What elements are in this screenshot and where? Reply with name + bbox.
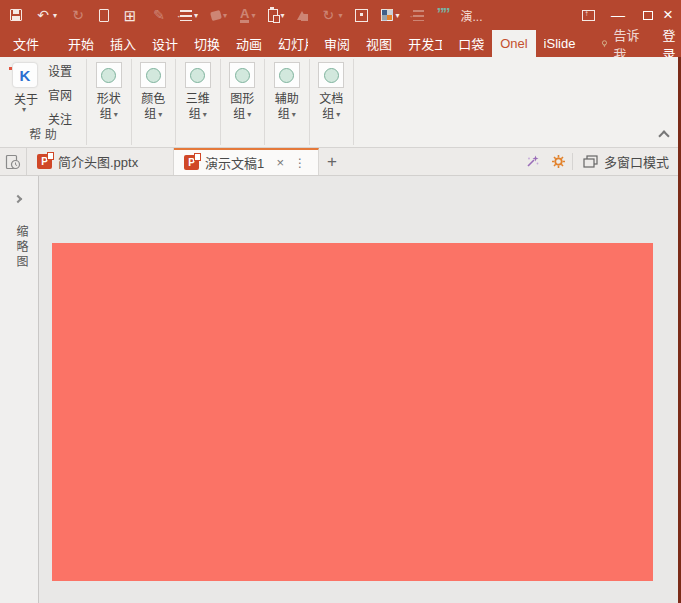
circle-icon: [96, 62, 122, 88]
tab-home[interactable]: 开始: [60, 30, 102, 57]
tab-file[interactable]: 文件: [0, 30, 52, 57]
tab-view[interactable]: 视图: [358, 30, 400, 57]
color-group-button[interactable]: 颜色组▾: [132, 57, 176, 147]
new-document-icon[interactable]: [99, 9, 109, 22]
settings-gear-icon[interactable]: [546, 148, 572, 175]
multi-window-mode-label: 多窗口模式: [604, 152, 669, 171]
tab-design[interactable]: 设计: [144, 30, 186, 57]
tab-developer[interactable]: 开发工具: [400, 30, 450, 57]
magic-wand-icon[interactable]: [520, 148, 546, 175]
powerpoint-file-icon: P: [184, 155, 199, 170]
windows-icon: [583, 155, 598, 168]
fit-window-icon[interactable]: [355, 9, 368, 22]
help-group: K 关于 ▾ 设置 官网 关注 帮 助: [0, 57, 86, 147]
circle-icon: [140, 62, 166, 88]
graphic-group-button[interactable]: 图形组▾: [221, 57, 265, 147]
circle-icon: [318, 62, 344, 88]
color-grid-icon[interactable]: ▾: [381, 9, 399, 21]
app-window: ↶▾ ↻ ⊞ ✎ ▾ ▾ A▾ ▾ ↻▾ ▾ ”” 演... — × 文件 开始: [0, 0, 681, 603]
tab-pocket[interactable]: 口袋: [450, 30, 492, 57]
thumbnail-panel-label: 缩略图: [13, 225, 30, 270]
ribbon-tab-row: 文件 开始 插入 设计 切换 动画 幻灯片 审阅 视图 开发工具 口袋 Onel…: [0, 30, 681, 57]
circle-icon: [185, 62, 211, 88]
thumbnail-panel-collapsed[interactable]: 缩略图: [0, 176, 39, 603]
login-button[interactable]: 登录: [652, 30, 681, 57]
tab-onekey[interactable]: Onel: [492, 30, 535, 57]
tab-menu-icon[interactable]: ⋮: [292, 156, 308, 170]
circle-icon: [229, 62, 255, 88]
auxiliary-group-button[interactable]: 辅助组▾: [265, 57, 309, 147]
tab-slideshow[interactable]: 幻灯片: [270, 30, 316, 57]
document-tab-active[interactable]: P 演示文稿1 × ⋮: [174, 148, 319, 175]
tab-review[interactable]: 审阅: [316, 30, 358, 57]
slide-shape[interactable]: [52, 243, 653, 581]
document-tab[interactable]: P 简介头图.pptx: [27, 148, 174, 175]
rotate-icon: ↻▾: [320, 7, 342, 23]
threed-group-button[interactable]: 三维组▾: [176, 57, 220, 147]
circle-icon: [274, 62, 300, 88]
lightbulb-icon: [601, 37, 608, 51]
tab-bar-spacer: [345, 148, 520, 175]
recent-documents-icon[interactable]: [0, 148, 27, 175]
shape-group-button[interactable]: 形状组▾: [87, 57, 131, 147]
document-group-button[interactable]: 文档组▾: [310, 57, 354, 147]
undo-icon[interactable]: ↶▾: [35, 7, 57, 23]
multi-window-mode-button[interactable]: 多窗口模式: [573, 148, 681, 175]
indent-icon[interactable]: ▾: [180, 10, 198, 21]
tell-me-box[interactable]: 告诉我...: [591, 30, 653, 57]
font-color-icon: A▾: [240, 8, 255, 23]
quick-access-toolbar: ↶▾ ↻ ⊞ ✎ ▾ ▾ A▾ ▾ ↻▾ ▾ ””: [10, 6, 449, 24]
new-tab-button[interactable]: +: [319, 148, 345, 175]
expand-panel-icon[interactable]: [14, 195, 22, 203]
tab-insert[interactable]: 插入: [102, 30, 144, 57]
help-links: 设置 官网 关注: [48, 62, 72, 127]
settings-link[interactable]: 设置: [48, 62, 72, 79]
tab-transitions[interactable]: 切换: [186, 30, 228, 57]
ribbon-options-icon[interactable]: [573, 0, 603, 30]
redo-icon: ↻: [70, 7, 86, 23]
tab-animations[interactable]: 动画: [228, 30, 270, 57]
shapes-icon: [297, 11, 307, 20]
document-tab-bar: P 简介头图.pptx P 演示文稿1 × ⋮ +: [0, 148, 681, 176]
about-caret-icon[interactable]: ▾: [22, 105, 26, 114]
titlebar: ↶▾ ↻ ⊞ ✎ ▾ ▾ A▾ ▾ ↻▾ ▾ ”” 演... — ×: [0, 0, 681, 30]
official-site-link[interactable]: 官网: [48, 86, 72, 103]
onekey-logo-icon[interactable]: K: [13, 63, 37, 87]
paste-icon[interactable]: ▾: [268, 9, 284, 22]
workspace: 缩略图: [0, 176, 681, 603]
close-tab-icon[interactable]: ×: [274, 155, 286, 170]
ribbon-content: K 关于 ▾ 设置 官网 关注 帮 助 形状组▾ 颜色组▾ 三维组▾: [0, 57, 681, 148]
powerpoint-file-icon: P: [37, 154, 52, 169]
grid-icon[interactable]: ⊞: [122, 7, 138, 23]
save-icon[interactable]: [10, 9, 22, 21]
tab-islide[interactable]: iSlide: [536, 30, 585, 57]
collapse-ribbon-icon[interactable]: [658, 130, 669, 141]
align-icon: [413, 10, 424, 21]
help-group-label: 帮 助: [0, 125, 86, 142]
group-separator: [353, 59, 354, 145]
window-title: 演...: [461, 7, 483, 24]
eyedropper-icon: ✎: [151, 7, 167, 23]
ink-bucket-icon: ▾: [211, 11, 227, 20]
quote-icon: ””: [437, 6, 449, 24]
